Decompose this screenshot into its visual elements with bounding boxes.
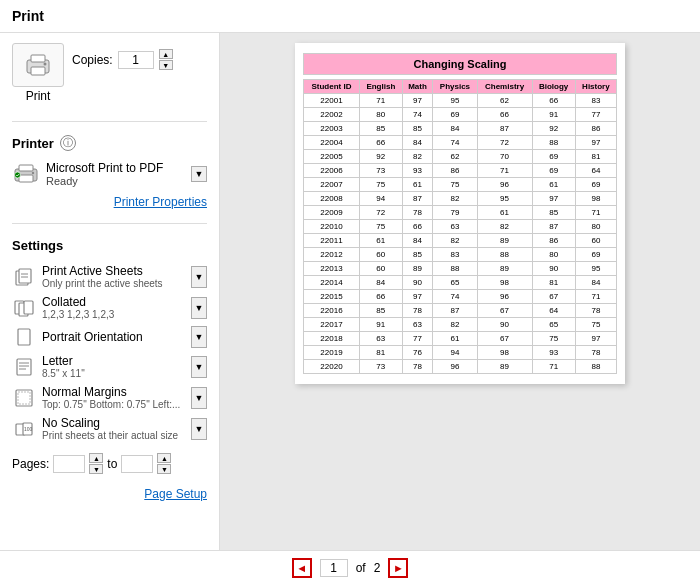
pages-label: Pages: bbox=[12, 457, 49, 471]
table-cell: 22010 bbox=[304, 220, 360, 234]
table-row: 22009727879618571 bbox=[304, 206, 617, 220]
prev-page-btn[interactable]: ◄ bbox=[292, 558, 312, 578]
main-area: Print Copies: ▲ ▼ Printer ⓘ bbox=[0, 33, 700, 550]
table-cell: 95 bbox=[477, 192, 532, 206]
table-row: 22020737896897188 bbox=[304, 360, 617, 374]
table-cell: 96 bbox=[433, 360, 477, 374]
setting-text-5: No Scaling Print sheets at their actual … bbox=[42, 416, 185, 441]
table-cell: 80 bbox=[532, 248, 575, 262]
pages-from-up-btn[interactable]: ▲ bbox=[89, 453, 103, 463]
letter-icon bbox=[12, 356, 36, 378]
printer-device-icon bbox=[12, 162, 40, 186]
print-button[interactable] bbox=[12, 43, 64, 87]
table-cell: 73 bbox=[359, 164, 402, 178]
pages-to-up-btn[interactable]: ▲ bbox=[157, 453, 171, 463]
sheets-icon bbox=[12, 266, 36, 288]
table-cell: 81 bbox=[532, 276, 575, 290]
setting-dropdown-btn-5[interactable]: ▼ bbox=[191, 418, 207, 440]
table-cell: 69 bbox=[575, 248, 616, 262]
page-setup-link[interactable]: Page Setup bbox=[12, 487, 207, 501]
current-page-input[interactable] bbox=[320, 559, 348, 577]
table-cell: 66 bbox=[532, 94, 575, 108]
table-cell: 87 bbox=[402, 192, 433, 206]
pages-from-down-btn[interactable]: ▼ bbox=[89, 464, 103, 474]
table-cell: 69 bbox=[532, 150, 575, 164]
table-cell: 80 bbox=[359, 108, 402, 122]
table-cell: 71 bbox=[359, 94, 402, 108]
preview-th: English bbox=[359, 80, 402, 94]
table-cell: 22007 bbox=[304, 178, 360, 192]
preview-page: Changing Scaling Student IDEnglishMathPh… bbox=[295, 43, 625, 384]
table-cell: 87 bbox=[532, 220, 575, 234]
table-cell: 66 bbox=[477, 108, 532, 122]
pages-from-input[interactable] bbox=[53, 455, 85, 473]
copies-down-btn[interactable]: ▼ bbox=[159, 60, 173, 70]
table-cell: 84 bbox=[402, 136, 433, 150]
table-cell: 83 bbox=[433, 248, 477, 262]
table-row: 22014849065988184 bbox=[304, 276, 617, 290]
table-cell: 88 bbox=[477, 248, 532, 262]
table-cell: 78 bbox=[402, 304, 433, 318]
printer-properties-link[interactable]: Printer Properties bbox=[12, 195, 207, 209]
table-row: 22012608583888069 bbox=[304, 248, 617, 262]
table-cell: 85 bbox=[402, 122, 433, 136]
printer-dropdown-btn[interactable]: ▼ bbox=[191, 166, 207, 182]
table-row: 22017916382906575 bbox=[304, 318, 617, 332]
setting-dropdown-btn-4[interactable]: ▼ bbox=[191, 387, 207, 409]
table-cell: 78 bbox=[402, 360, 433, 374]
preview-th: Student ID bbox=[304, 80, 360, 94]
table-cell: 72 bbox=[359, 206, 402, 220]
printer-row: Microsoft Print to PDF Ready ▼ bbox=[12, 161, 207, 187]
table-cell: 90 bbox=[532, 262, 575, 276]
pages-to-label: to bbox=[107, 457, 117, 471]
table-cell: 97 bbox=[402, 290, 433, 304]
setting-item-3: Letter 8.5" x 11" ▼ bbox=[12, 351, 207, 382]
table-cell: 88 bbox=[433, 262, 477, 276]
table-cell: 97 bbox=[532, 192, 575, 206]
table-row: 22005928262706981 bbox=[304, 150, 617, 164]
page-of-label: of bbox=[356, 561, 366, 575]
table-cell: 98 bbox=[477, 276, 532, 290]
svg-rect-17 bbox=[17, 359, 31, 375]
setting-sub-1: 1,2,3 1,2,3 1,2,3 bbox=[42, 309, 185, 320]
left-panel: Print Copies: ▲ ▼ Printer ⓘ bbox=[0, 33, 220, 550]
svg-text:100: 100 bbox=[24, 426, 33, 432]
next-page-btn[interactable]: ► bbox=[388, 558, 408, 578]
table-cell: 69 bbox=[575, 178, 616, 192]
printer-icon bbox=[24, 51, 52, 79]
table-row: 22007756175966169 bbox=[304, 178, 617, 192]
setting-dropdown-btn-1[interactable]: ▼ bbox=[191, 297, 207, 319]
page-title: Print bbox=[12, 8, 44, 24]
table-cell: 82 bbox=[477, 220, 532, 234]
setting-text-3: Letter 8.5" x 11" bbox=[42, 354, 185, 379]
copies-up-btn[interactable]: ▲ bbox=[159, 49, 173, 59]
setting-item-1: Collated 1,2,3 1,2,3 1,2,3 ▼ bbox=[12, 292, 207, 323]
print-top-section: Print Copies: ▲ ▼ bbox=[12, 43, 207, 103]
preview-th: Math bbox=[402, 80, 433, 94]
table-cell: 87 bbox=[477, 122, 532, 136]
setting-dropdown-btn-0[interactable]: ▼ bbox=[191, 266, 207, 288]
table-cell: 89 bbox=[477, 262, 532, 276]
table-cell: 96 bbox=[477, 290, 532, 304]
table-cell: 85 bbox=[402, 248, 433, 262]
setting-dropdown-btn-2[interactable]: ▼ bbox=[191, 326, 207, 348]
setting-dropdown-btn-3[interactable]: ▼ bbox=[191, 356, 207, 378]
table-cell: 72 bbox=[477, 136, 532, 150]
table-cell: 75 bbox=[359, 220, 402, 234]
printer-info-icon[interactable]: ⓘ bbox=[60, 135, 76, 151]
table-cell: 22006 bbox=[304, 164, 360, 178]
pages-to-down-btn[interactable]: ▼ bbox=[157, 464, 171, 474]
setting-sub-3: 8.5" x 11" bbox=[42, 368, 185, 379]
table-cell: 97 bbox=[402, 94, 433, 108]
table-cell: 71 bbox=[575, 206, 616, 220]
table-cell: 22001 bbox=[304, 94, 360, 108]
setting-sub-5: Print sheets at their actual size bbox=[42, 430, 185, 441]
table-cell: 75 bbox=[532, 332, 575, 346]
copies-input[interactable] bbox=[118, 51, 154, 69]
table-cell: 66 bbox=[359, 136, 402, 150]
table-cell: 22019 bbox=[304, 346, 360, 360]
pages-to-input[interactable] bbox=[121, 455, 153, 473]
table-row: 22015669774966771 bbox=[304, 290, 617, 304]
printer-device-svg bbox=[13, 163, 39, 185]
divider-2 bbox=[12, 223, 207, 224]
